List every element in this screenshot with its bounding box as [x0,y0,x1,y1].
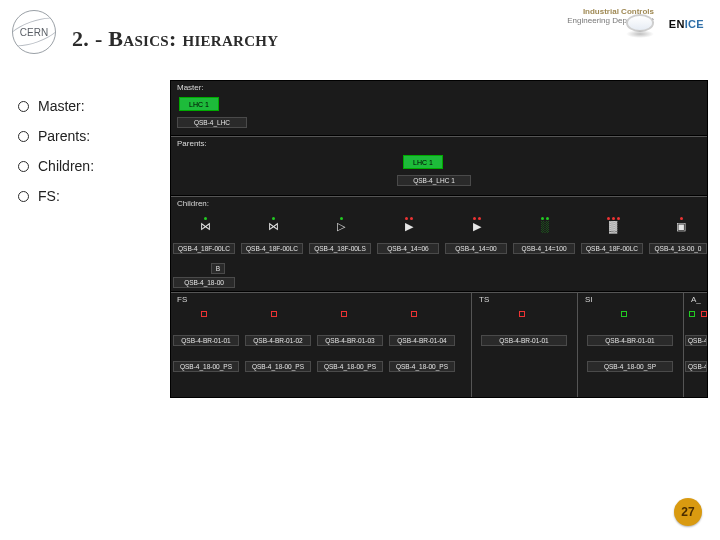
child-label: QSB-4_18F-00LC [581,243,643,254]
fs-led-icon [201,311,207,317]
bullet-list: Master: Parents: Children: FS: [18,90,94,218]
slide-title: 2. - Basics: hierarchy [72,26,278,52]
badge-text: ENICE [669,18,704,30]
parent-status-box: LHC 1 [403,155,443,169]
ts-led-icon [519,311,525,317]
fs-label2: QSB-4_18-00_PS [245,361,311,372]
child-icon-2: ▷ [307,211,375,237]
divider-3 [171,291,707,297]
child-label: QSB-4_18F-00LS [309,243,371,254]
si-label2: QSB-4_18-00_SP [587,361,673,372]
parent-path: QSB-4_LHC 1 [397,175,471,186]
badge-ice: ICE [685,18,704,30]
badge-en: EN [669,18,685,30]
fs-led-icon [271,311,277,317]
child-icon-7: ▣ [647,211,715,237]
child-label: QSB-4_14=100 [513,243,575,254]
brand-badge: ENICE [660,12,708,38]
fs-label: QSB-4-BR-01-04 [389,335,455,346]
child-icon-5: ░ [511,211,579,237]
page-number: 27 [674,498,702,526]
child-icon-3: ▶ [375,211,443,237]
bullet-master: Master: [18,98,94,114]
divider-2 [171,195,707,201]
label-master: Master: [177,83,204,92]
cern-logo: CERN [12,10,56,54]
cern-logo-text: CERN [20,27,48,38]
master-status-box: LHC 1 [179,97,219,111]
title-main: Basics [108,26,169,51]
child-label: QSB-4_18F-00LC [173,243,235,254]
page-number-text: 27 [681,505,694,519]
a-led-icon [701,311,707,317]
fs-led-icon [411,311,417,317]
child-label: QSB-4_14=06 [377,243,439,254]
capsule-shadow-icon [626,30,654,38]
bullet-parents: Parents: [18,128,94,144]
bullet-fs: FS: [18,188,94,204]
fs-led-icon [341,311,347,317]
fs-label2: QSB-4_18-00_PS [389,361,455,372]
child-extra-path: QSB-4_18-00 [173,277,235,288]
hierarchy-panel: Master: Parents: Children: FS TS SI A_ L… [170,80,708,398]
child-icon-4: ▶ [443,211,511,237]
si-label: QSB-4-BR-01-01 [587,335,673,346]
slide: CERN Industrial Controls Engineering Dep… [0,0,720,540]
a-led-icon [689,311,695,317]
child-label: QSB-4_18-00_0 [649,243,707,254]
child-icon-1: ⋈ [239,211,307,237]
divider-1 [171,135,707,141]
fs-label: QSB-4-BR-01-02 [245,335,311,346]
a-label: QSB-4-BR-01-B [685,335,707,346]
child-label: QSB-4_18F-00LC [241,243,303,254]
vsep-2 [577,293,578,397]
master-path: QSB-4_LHC [177,117,247,128]
fs-label: QSB-4-BR-01-03 [317,335,383,346]
si-led-icon [621,311,627,317]
child-extra-b: B [211,263,225,274]
title-prefix: 2. - [72,26,108,51]
bullet-children: Children: [18,158,94,174]
child-icon-0: ⋈ [171,211,239,237]
vsep-1 [471,293,472,397]
child-icon-6: ▓ [579,211,647,237]
vsep-3 [683,293,684,397]
fs-label: QSB-4-BR-01-01 [173,335,239,346]
child-label: QSB-4_14=00 [445,243,507,254]
a-label2: QSB-4_18-00_SP [685,361,707,372]
title-suffix: : hierarchy [169,26,278,51]
fs-label2: QSB-4_18-00_PS [317,361,383,372]
ts-label: QSB-4-BR-01-01 [481,335,567,346]
fs-label2: QSB-4_18-00_PS [173,361,239,372]
